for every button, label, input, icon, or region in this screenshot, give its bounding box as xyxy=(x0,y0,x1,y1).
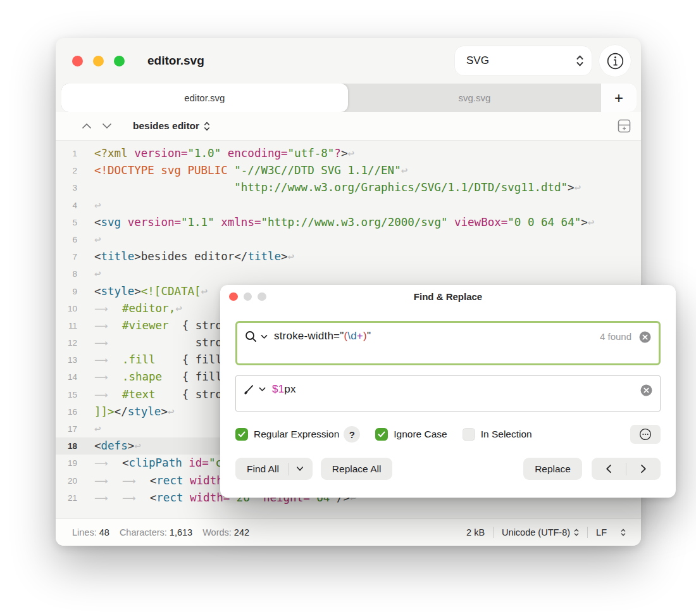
replace-history-chevron-icon[interactable] xyxy=(259,387,266,392)
regex-help-button[interactable]: ? xyxy=(344,426,360,443)
code-line[interactable]: 3 "http://www.w3.org/Graphics/SVG/1.1/DT… xyxy=(56,179,641,196)
chevron-down-icon xyxy=(296,466,304,472)
code-segment: #viewer xyxy=(122,319,169,332)
code-line-text: <title>besides editor</title>↩ xyxy=(85,248,294,265)
tab-symbol: ⟶ xyxy=(94,301,122,318)
find-prev-next-control xyxy=(592,458,661,480)
syntax-popup[interactable]: SVG xyxy=(455,46,592,75)
outline-stepper-icon xyxy=(204,121,210,132)
search-input[interactable]: stroke-width="(\d+)" xyxy=(274,330,600,343)
code-segment: style xyxy=(101,285,135,298)
search-icon xyxy=(245,330,257,343)
zoom-button[interactable] xyxy=(114,56,125,66)
panel-minimize-button[interactable] xyxy=(244,292,252,301)
code-line[interactable]: 2<!DOCTYPE svg PUBLIC "-//W3C//DTD SVG 1… xyxy=(56,162,641,179)
checkbox-in-selection[interactable]: In Selection xyxy=(463,428,532,441)
checkbox-ignore-case[interactable]: Ignore Case xyxy=(375,428,447,441)
code-segment: <![CDATA[ xyxy=(141,285,201,298)
code-segment: < xyxy=(122,456,129,469)
syntax-popup-label: SVG xyxy=(466,54,576,67)
checkbox-on-icon xyxy=(375,428,388,441)
new-tab-button[interactable]: + xyxy=(601,84,637,112)
search-field[interactable]: stroke-width="(\d+)" 4 found xyxy=(235,321,661,365)
return-symbol: ↩ xyxy=(401,164,408,177)
return-symbol: ↩ xyxy=(588,216,595,229)
clear-search-button[interactable] xyxy=(639,330,651,343)
options-row: Regular Expression ? Ignore Case In Sele… xyxy=(235,425,661,444)
panel-zoom-button[interactable] xyxy=(258,292,266,301)
replace-button[interactable]: Replace xyxy=(523,458,582,480)
return-symbol: ↩ xyxy=(347,147,354,160)
close-button[interactable] xyxy=(72,56,83,66)
line-number: 4 xyxy=(56,197,85,214)
code-segment: > xyxy=(581,216,588,229)
panel-close-button[interactable] xyxy=(229,292,238,301)
replace-all-button[interactable]: Replace All xyxy=(321,458,393,480)
code-segment: > xyxy=(128,439,135,452)
tab-symbol: ⟶ xyxy=(94,335,122,352)
code-segment: > xyxy=(281,250,288,263)
return-symbol: ↩ xyxy=(134,439,141,452)
code-line[interactable]: 5<svg version="1.1" xmlns="http://www.w3… xyxy=(56,214,641,231)
line-number: 9 xyxy=(56,283,85,300)
return-symbol: ↩ xyxy=(575,181,581,194)
prev-outline-button[interactable] xyxy=(81,122,92,130)
code-line-text: "http://www.w3.org/Graphics/SVG/1.1/DTD/… xyxy=(85,179,581,196)
code-segment: > xyxy=(161,405,168,418)
tab-svg-svg[interactable]: svg.svg xyxy=(348,84,601,112)
code-line[interactable]: 8↩ xyxy=(56,265,641,282)
code-segment: > xyxy=(134,250,141,263)
info-button[interactable] xyxy=(599,45,631,77)
code-line-text: ↩ xyxy=(85,231,101,248)
tab-symbol: ⟶ xyxy=(94,473,122,490)
code-line[interactable]: 6↩ xyxy=(56,231,641,248)
code-segment xyxy=(183,491,190,504)
clear-replace-button[interactable] xyxy=(640,383,652,396)
code-line[interactable]: 1<?xml version="1.0" encoding="utf-8"?>↩ xyxy=(56,145,641,162)
more-options-button[interactable] xyxy=(630,425,661,444)
popup-stepper-icon xyxy=(576,54,584,68)
code-segment: < xyxy=(94,285,101,298)
window-title: editor.svg xyxy=(147,54,204,68)
line-number: 12 xyxy=(56,334,85,351)
find-all-button[interactable]: Find All xyxy=(235,458,313,480)
line-number: 13 xyxy=(56,351,85,368)
tab-editor-svg[interactable]: editor.svg xyxy=(61,84,348,112)
code-segment: > xyxy=(134,285,141,298)
code-segment: #editor, xyxy=(122,302,175,315)
split-editor-button[interactable] xyxy=(618,119,631,133)
line-number: 6 xyxy=(56,231,85,248)
code-segment: title xyxy=(101,250,135,263)
return-symbol: ↩ xyxy=(175,302,182,315)
code-line-text: <!DOCTYPE svg PUBLIC "-//W3C//DTD SVG 1.… xyxy=(85,162,407,179)
code-line[interactable]: 4↩ xyxy=(56,197,641,214)
checkbox-regular-expression[interactable]: Regular Expression xyxy=(235,428,339,441)
outline-menu[interactable]: besides editor xyxy=(133,120,210,132)
next-outline-button[interactable] xyxy=(101,122,113,130)
find-previous-button[interactable] xyxy=(592,458,626,480)
line-number: 2 xyxy=(56,162,85,179)
tab-symbol: ⟶ xyxy=(94,455,122,472)
search-history-chevron-icon[interactable] xyxy=(261,334,268,339)
line-ending-popup[interactable]: LF xyxy=(596,527,626,537)
encoding-popup[interactable]: Unicode (UTF-8) xyxy=(502,527,579,537)
code-segment: > xyxy=(341,147,348,160)
line-number: 18 xyxy=(56,437,85,455)
line-ending-label: LF xyxy=(596,527,607,537)
code-segment: svg xyxy=(101,216,121,229)
line-number: 1 xyxy=(56,145,85,162)
find-all-menu-button[interactable] xyxy=(289,466,313,472)
find-next-button[interactable] xyxy=(626,458,661,480)
return-symbol: ↩ xyxy=(94,233,101,246)
code-segment: .fill xyxy=(122,353,156,366)
code-segment: </ xyxy=(234,250,247,263)
replace-field[interactable]: $1px xyxy=(235,375,661,412)
line-number: 21 xyxy=(56,489,85,506)
code-segment: besides editor xyxy=(141,250,235,263)
code-segment: id= xyxy=(189,456,209,469)
code-line-text: ↩ xyxy=(85,197,101,214)
code-line[interactable]: 7<title>besides editor</title>↩ xyxy=(56,248,641,265)
replace-input[interactable]: $1px xyxy=(272,383,640,396)
tab-symbol: ⟶ xyxy=(94,352,122,369)
minimize-button[interactable] xyxy=(93,56,104,66)
